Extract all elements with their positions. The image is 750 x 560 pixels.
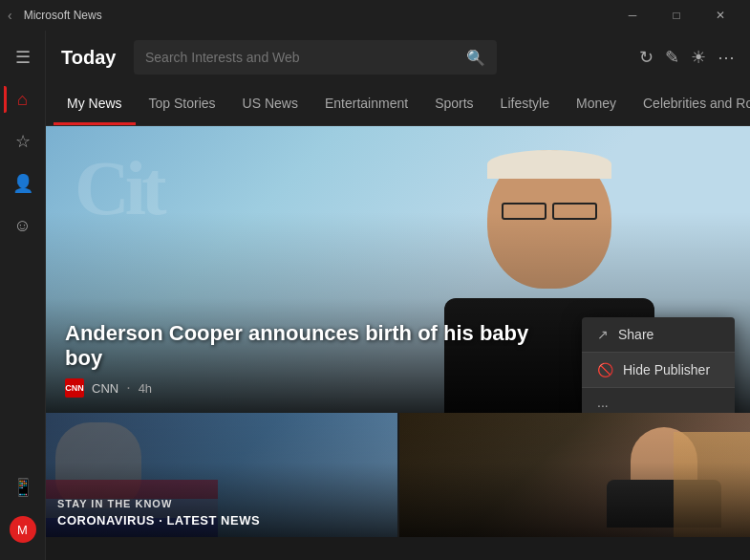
app-title: Microsoft News (24, 9, 603, 22)
share-label: Share (618, 327, 654, 342)
header-actions: ↻ ✎ ☀ ⋯ (639, 47, 735, 68)
app-body: ☰ ⌂ ☆ 👤 ☺ 📱 M Today (0, 31, 750, 560)
search-icon: 🔍 (466, 49, 485, 67)
sidebar: ☰ ⌂ ☆ 👤 ☺ 📱 M (0, 31, 46, 560)
sidebar-bottom: 📱 M (4, 468, 42, 560)
sidebar-icon-person[interactable]: 👤 (4, 164, 42, 203)
sidebar-icon-star[interactable]: ☆ (4, 122, 42, 161)
phone-icon: 📱 (12, 477, 33, 498)
sidebar-icon-emoji[interactable]: ☺ (4, 206, 42, 245)
hero-article[interactable]: Cit (46, 126, 750, 413)
hide-publisher-label: Hide Publisher (623, 362, 710, 377)
back-button[interactable]: ‹ (8, 8, 12, 23)
tab-money[interactable]: Money (563, 84, 630, 125)
content-area: Cit (46, 126, 750, 560)
context-hide-publisher[interactable]: 🚫 Hide Publisher (582, 353, 735, 387)
sidebar-icon-phone[interactable]: 📱 (4, 468, 42, 506)
tab-celebrities[interactable]: Celebrities and Royals News (630, 84, 750, 125)
context-menu: ↗ Share 🚫 Hide Publisher ··· (582, 317, 735, 413)
main-content: Today 🔍 ↻ ✎ ☀ ⋯ My News Top Stories US N… (46, 31, 750, 560)
card-left-content: Stay in the Know Coronavirus · Latest Ne… (46, 488, 397, 537)
tab-sports[interactable]: Sports (421, 84, 486, 125)
cnn-logo: CNN (65, 378, 84, 398)
share-icon: ↗ (597, 327, 609, 342)
hide-publisher-icon: 🚫 (597, 362, 613, 377)
more-button[interactable]: ⋯ (718, 47, 735, 68)
hero-time: 4h (139, 381, 152, 396)
tab-my-news[interactable]: My News (54, 84, 136, 125)
home-icon: ⌂ (17, 90, 28, 110)
tab-top-stories[interactable]: Top Stories (136, 84, 229, 125)
maximize-button[interactable]: □ (654, 0, 698, 31)
brightness-button[interactable]: ☀ (691, 47, 706, 68)
sidebar-icon-home[interactable]: ⌂ (4, 80, 42, 118)
card-coronavirus[interactable]: Stay in the Know Coronavirus · Latest Ne… (46, 413, 399, 537)
menu-icon: ☰ (15, 47, 31, 68)
cards-row: Stay in the Know Coronavirus · Latest Ne… (46, 413, 750, 537)
today-label: Today (61, 47, 118, 69)
context-more[interactable]: ··· (582, 388, 735, 413)
context-share[interactable]: ↗ Share (582, 317, 735, 352)
window-controls: ─ □ ✕ (611, 0, 742, 31)
edit-button[interactable]: ✎ (665, 47, 679, 68)
hero-source: CNN (92, 381, 118, 396)
card-right[interactable] (399, 413, 751, 537)
tab-entertainment[interactable]: Entertainment (311, 84, 421, 125)
avatar-icon: M (10, 516, 36, 543)
card-left-tag: Stay in the Know (57, 498, 386, 509)
tab-lifestyle[interactable]: Lifestyle (487, 84, 563, 125)
card-left-title: Coronavirus · Latest News (57, 513, 386, 528)
sidebar-icon-avatar[interactable]: M (4, 510, 42, 549)
emoji-icon: ☺ (13, 216, 31, 236)
person-icon: 👤 (12, 173, 33, 194)
header: Today 🔍 ↻ ✎ ☀ ⋯ (46, 31, 750, 84)
refresh-button[interactable]: ↻ (639, 47, 654, 68)
search-input[interactable] (145, 50, 459, 65)
card-right-content (399, 514, 751, 537)
close-button[interactable]: ✕ (698, 0, 742, 31)
hero-title: Anderson Cooper announces birth of his b… (65, 321, 562, 371)
search-bar[interactable]: 🔍 (134, 40, 497, 75)
sidebar-icon-menu[interactable]: ☰ (4, 38, 42, 76)
title-bar: ‹ Microsoft News ─ □ ✕ (0, 0, 750, 31)
minimize-button[interactable]: ─ (611, 0, 654, 31)
star-icon: ☆ (15, 131, 31, 152)
nav-tabs: My News Top Stories US News Entertainmen… (46, 84, 750, 126)
tab-us-news[interactable]: US News (229, 84, 311, 125)
more-icon: ··· (597, 398, 609, 413)
